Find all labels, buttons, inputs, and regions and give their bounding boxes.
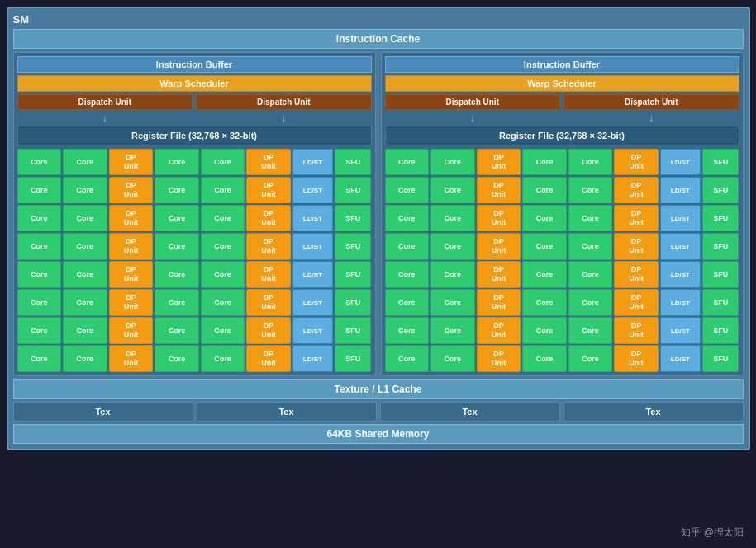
core: Core: [430, 149, 475, 175]
sfu: SFU: [335, 289, 372, 316]
sfu: SFU: [335, 149, 372, 175]
core: Core: [201, 261, 245, 288]
core: Core: [63, 233, 107, 260]
core: Core: [17, 345, 62, 372]
core: Core: [17, 177, 62, 203]
right-arrows: ↓ ↓: [385, 112, 739, 124]
dp-unit: DPUnit: [477, 317, 521, 344]
tex-row: Tex Tex Tex Tex: [13, 402, 744, 422]
sfu: SFU: [335, 205, 372, 231]
tex-unit-3: Tex: [380, 402, 560, 422]
core: Core: [63, 289, 107, 316]
sfu: SFU: [702, 205, 739, 231]
core: Core: [63, 205, 107, 231]
dp-unit: DPUnit: [246, 289, 291, 316]
dp-unit: DPUnit: [477, 205, 521, 231]
sfu: SFU: [335, 177, 372, 203]
core: Core: [430, 289, 475, 316]
dp-unit: DPUnit: [246, 317, 291, 344]
right-row-2: Core Core DPUnit Core Core DPUnit LD/ST …: [385, 177, 739, 203]
dp-unit: DPUnit: [614, 345, 659, 372]
left-dispatch-row: Dispatch Unit Dispatch Unit: [17, 94, 372, 110]
instruction-cache: Instruction Cache: [13, 29, 744, 49]
core: Core: [201, 233, 245, 260]
right-arrow-1: ↓: [385, 112, 561, 124]
left-warp-scheduler: Warp Scheduler: [17, 75, 372, 92]
dp-unit: DPUnit: [246, 261, 291, 288]
dp-unit: DPUnit: [109, 177, 154, 203]
ld-st: LD/ST: [292, 289, 333, 316]
sfu: SFU: [335, 233, 372, 260]
tex-unit-1: Tex: [13, 402, 193, 422]
left-register-file: Register File (32,768 × 32-bit): [17, 126, 372, 145]
right-warp-scheduler: Warp Scheduler: [385, 75, 739, 92]
right-arrow-2: ↓: [563, 112, 739, 124]
dp-unit: DPUnit: [614, 289, 659, 316]
shared-memory: 64KB Shared Memory: [13, 424, 744, 444]
dp-unit: DPUnit: [246, 233, 291, 260]
sfu: SFU: [335, 317, 372, 344]
dp-unit: DPUnit: [614, 317, 659, 344]
core: Core: [385, 205, 430, 231]
dp-unit: DPUnit: [246, 205, 291, 231]
sfu: SFU: [702, 317, 739, 344]
core: Core: [201, 289, 245, 316]
sfu: SFU: [702, 149, 739, 175]
ld-st: LD/ST: [292, 205, 333, 231]
right-dispatch-unit-1: Dispatch Unit: [385, 94, 561, 110]
dp-unit: DPUnit: [477, 233, 521, 260]
left-row-5: Core Core DPUnit Core Core DPUnit LD/ST …: [17, 261, 372, 288]
core: Core: [522, 205, 567, 231]
core: Core: [17, 149, 62, 175]
right-dispatch-row: Dispatch Unit Dispatch Unit: [385, 94, 739, 110]
ld-st: LD/ST: [292, 149, 333, 175]
core: Core: [568, 177, 613, 203]
core: Core: [63, 345, 107, 372]
core: Core: [385, 345, 430, 372]
core: Core: [522, 233, 567, 260]
core: Core: [63, 261, 107, 288]
left-row-1: Core Core DPUnit Core Core DPUnit LD/ST …: [17, 149, 372, 175]
core: Core: [201, 345, 245, 372]
dp-unit: DPUnit: [477, 177, 521, 203]
core: Core: [568, 261, 613, 288]
core: Core: [155, 261, 199, 288]
right-half: Instruction Buffer Warp Scheduler Dispat…: [381, 52, 744, 376]
ld-st: LD/ST: [660, 205, 701, 231]
right-row-7: Core Core DPUnit Core Core DPUnit LD/ST …: [385, 317, 739, 344]
sfu: SFU: [702, 177, 739, 203]
sfu: SFU: [335, 345, 372, 372]
left-dispatch-unit-1: Dispatch Unit: [17, 94, 193, 110]
dp-unit: DPUnit: [109, 289, 154, 316]
core: Core: [385, 233, 430, 260]
dp-unit: DPUnit: [109, 205, 154, 231]
core: Core: [430, 205, 475, 231]
left-row-3: Core Core DPUnit Core Core DPUnit LD/ST …: [17, 205, 372, 231]
ld-st: LD/ST: [292, 345, 333, 372]
right-cores-grid: Core Core DPUnit Core Core DPUnit LD/ST …: [385, 149, 739, 372]
core: Core: [63, 149, 107, 175]
left-row-7: Core Core DPUnit Core Core DPUnit LD/ST …: [17, 317, 372, 344]
sfu: SFU: [702, 345, 739, 372]
core: Core: [385, 317, 430, 344]
core: Core: [522, 317, 567, 344]
left-cores-grid: Core Core DPUnit Core Core DPUnit LD/ST …: [17, 149, 372, 372]
ld-st: LD/ST: [660, 149, 701, 175]
core: Core: [17, 205, 62, 231]
core: Core: [385, 149, 430, 175]
sm-container: SM Instruction Cache Instruction Buffer …: [7, 7, 750, 450]
core: Core: [201, 317, 245, 344]
core: Core: [568, 289, 613, 316]
dp-unit: DPUnit: [109, 345, 154, 372]
core: Core: [17, 261, 62, 288]
right-dispatch-unit-2: Dispatch Unit: [563, 94, 739, 110]
dp-unit: DPUnit: [477, 149, 521, 175]
right-register-file: Register File (32,768 × 32-bit): [385, 126, 739, 145]
core: Core: [155, 177, 199, 203]
dp-unit: DPUnit: [477, 261, 521, 288]
ld-st: LD/ST: [292, 233, 333, 260]
watermark: 知乎 @捏太阳: [681, 526, 744, 540]
left-half: Instruction Buffer Warp Scheduler Dispat…: [13, 52, 376, 376]
core: Core: [155, 205, 199, 231]
tex-unit-2: Tex: [197, 402, 377, 422]
